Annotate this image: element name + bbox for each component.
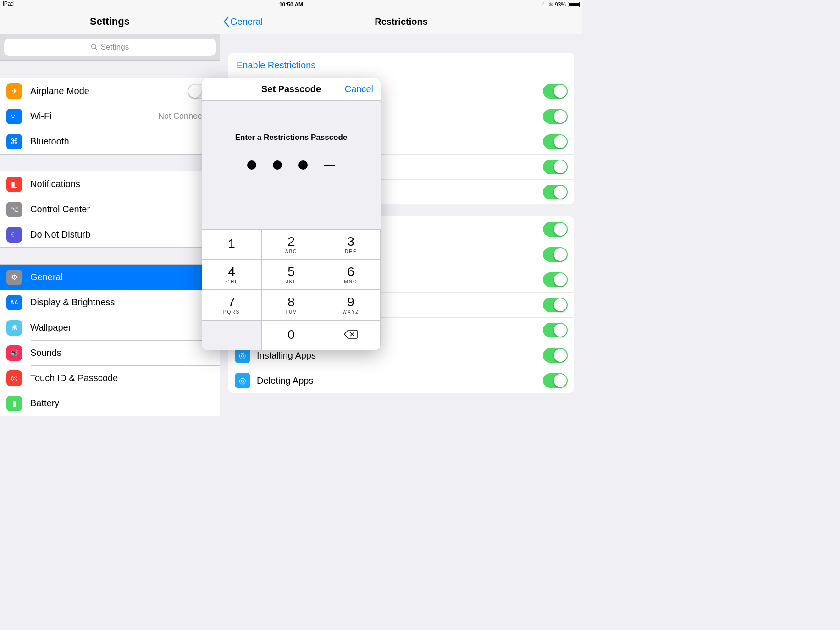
keypad-number: 8 [287, 296, 295, 309]
toggle[interactable] [543, 84, 568, 99]
moon-icon: ☾ [6, 227, 22, 243]
keypad-3[interactable]: 3DEF [321, 229, 381, 260]
keypad-number: 0 [287, 328, 295, 341]
keypad-0[interactable]: 0 [261, 320, 321, 350]
sidebar-group: ◧Notifications⌥Control Center☾Do Not Dis… [0, 171, 220, 248]
search-container: Settings [0, 34, 220, 61]
airplane-icon: ✈ [6, 83, 22, 99]
keypad-number: 6 [347, 265, 354, 278]
sidebar-item-label: Wallpaper [30, 322, 220, 333]
sidebar-item-label: Notifications [30, 179, 220, 189]
sidebar-item-general[interactable]: ⚙General [0, 265, 220, 290]
settings-sidebar: Settings Settings ✈Airplane ModeᯤWi-FiNo… [0, 9, 220, 437]
keypad-9[interactable]: 9WXYZ [321, 290, 381, 320]
sidebar-item-sounds[interactable]: 🔊Sounds [0, 340, 220, 365]
keypad-alpha: MNO [344, 279, 357, 284]
sidebar-item-wifi[interactable]: ᯤWi-FiNot Connected [0, 104, 220, 129]
enable-restrictions-row[interactable]: Enable Restrictions [228, 53, 574, 78]
passcode-dot-filled [298, 160, 308, 170]
wallpaper-icon: ❀ [6, 320, 22, 336]
keypad-number: 1 [228, 238, 235, 250]
toggle[interactable] [543, 323, 568, 337]
sidebar-item-label: Airplane Mode [30, 86, 188, 96]
sidebar-item-notifications[interactable]: ◧Notifications [0, 171, 220, 197]
backspace-icon [344, 329, 358, 341]
fingerprint-icon: ◎ [6, 370, 22, 386]
sidebar-item-touchid[interactable]: ◎Touch ID & Passcode [0, 365, 220, 391]
keypad-8[interactable]: 8TUV [261, 290, 321, 320]
sidebar-item-battery[interactable]: ▮Battery [0, 391, 220, 416]
keypad-1[interactable]: 1 [202, 229, 261, 260]
sidebar-item-bluetooth[interactable]: ⌘Bluetooth [0, 129, 220, 154]
keypad-number: 4 [228, 265, 235, 278]
keypad-4[interactable]: 4GHI [202, 260, 261, 290]
keypad-2[interactable]: 2ABC [261, 229, 321, 260]
enable-restrictions-link[interactable]: Enable Restrictions [237, 60, 315, 70]
back-label: General [230, 17, 263, 27]
search-placeholder: Settings [101, 43, 129, 52]
sidebar-item-label: General [30, 272, 220, 282]
keypad-number: 7 [228, 296, 235, 309]
bluetooth-status-icon: ✱ [548, 1, 553, 8]
status-bar: iPad 10:50 AM ☾ ✱ 93% [0, 0, 582, 9]
passcode-prompt: Enter a Restrictions Passcode [235, 133, 348, 142]
toggle[interactable] [543, 373, 568, 388]
sidebar-item-label: Control Center [30, 204, 220, 215]
toggle[interactable] [543, 160, 568, 174]
keypad-alpha: PQRS [223, 309, 240, 315]
keypad-5[interactable]: 5JKL [261, 260, 321, 290]
keypad-alpha: DEF [345, 249, 357, 254]
sidebar-title: Settings [90, 16, 130, 28]
sidebar-item-label: Sounds [30, 348, 220, 358]
detail-title: Restrictions [375, 17, 428, 27]
sidebar-item-label: Battery [30, 398, 220, 409]
battery-percent: 93% [555, 1, 566, 8]
appstore-icon: ◎ [235, 373, 250, 388]
toggle[interactable] [543, 222, 568, 237]
sidebar-item-wallpaper[interactable]: ❀Wallpaper [0, 315, 220, 340]
sidebar-item-label: Touch ID & Passcode [30, 373, 220, 383]
sounds-icon: 🔊 [6, 345, 22, 361]
keypad-alpha: WXYZ [343, 309, 359, 315]
sidebar-item-display[interactable]: AADisplay & Brightness [0, 290, 220, 315]
cancel-button[interactable]: Cancel [345, 84, 373, 94]
notifications-icon: ◧ [6, 177, 22, 192]
keypad-7[interactable]: 7PQRS [202, 290, 261, 320]
toggle[interactable] [543, 134, 568, 149]
sidebar-group: ✈Airplane ModeᯤWi-FiNot Connected⌘Blueto… [0, 78, 220, 155]
toggle[interactable] [543, 247, 568, 262]
toggle[interactable] [543, 272, 568, 287]
sidebar-item-controlcenter[interactable]: ⌥Control Center [0, 197, 220, 222]
toggle[interactable] [543, 185, 568, 199]
back-button[interactable]: General [223, 17, 263, 27]
keypad-number: 3 [347, 235, 354, 248]
display-icon: AA [6, 295, 22, 310]
keypad-alpha: TUV [285, 309, 297, 315]
sidebar-header: Settings [0, 9, 220, 34]
gear-icon: ⚙ [6, 270, 22, 285]
restriction-label: Installing Apps [257, 350, 543, 361]
passcode-modal: Set Passcode Cancel Enter a Restrictions… [202, 78, 381, 350]
search-icon [91, 44, 98, 51]
sidebar-item-airplane[interactable]: ✈Airplane Mode [0, 78, 220, 104]
device-label: iPad [3, 0, 14, 7]
sidebar-item-dnd[interactable]: ☾Do Not Disturb [0, 222, 220, 247]
keypad-blank [202, 320, 261, 350]
keypad-backspace[interactable] [321, 320, 381, 350]
toggle[interactable] [543, 348, 568, 363]
search-input[interactable]: Settings [4, 39, 216, 56]
keypad-6[interactable]: 6MNO [321, 260, 381, 290]
bluetooth-icon: ⌘ [6, 134, 22, 149]
modal-header: Set Passcode Cancel [202, 78, 381, 101]
controlcenter-icon: ⌥ [6, 202, 22, 217]
keypad-alpha: ABC [285, 249, 298, 254]
clock: 10:50 AM [279, 1, 303, 8]
numeric-keypad: 12ABC3DEF4GHI5JKL6MNO7PQRS8TUV9WXYZ0 [202, 229, 381, 350]
toggle[interactable] [543, 109, 568, 124]
passcode-dot-filled [273, 160, 282, 170]
keypad-alpha: GHI [226, 279, 237, 284]
battery-icon [568, 2, 580, 7]
keypad-alpha: JKL [286, 279, 296, 284]
toggle[interactable] [543, 298, 568, 312]
restriction-row-deleting[interactable]: ◎Deleting Apps [228, 368, 574, 393]
